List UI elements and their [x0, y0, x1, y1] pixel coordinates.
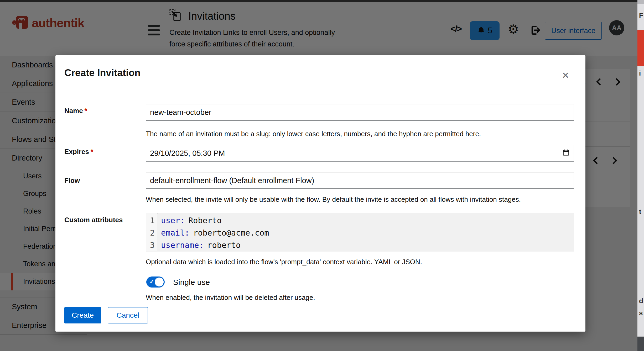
cancel-button[interactable]: Cancel — [108, 307, 148, 323]
right-strip-text-fragment: t — [639, 208, 641, 216]
single-use-toggle[interactable]: ✓ — [146, 276, 165, 288]
code-line: 1 user:Roberto — [146, 214, 574, 227]
name-help-text: The name of an invitation must be a slug… — [146, 130, 571, 138]
required-asterisk: * — [91, 148, 93, 156]
custom-attributes-label: Custom attributes — [64, 216, 123, 224]
flow-field-label: Flow — [64, 177, 80, 185]
code-line: 2 email:roberto@acme.com — [146, 227, 574, 239]
code-line: 3 username:roberto — [146, 239, 574, 251]
right-strip-red-block — [637, 30, 644, 66]
custom-attributes-code-editor[interactable]: 1 user:Roberto 2 email:roberto@acme.com … — [146, 213, 574, 252]
single-use-help-text: When enabled, the invitation will be del… — [146, 294, 571, 302]
right-edge-strip: F i t d s — [637, 0, 644, 351]
expires-field-label: Expires* — [64, 148, 93, 156]
create-invitation-modal: Create Invitation ✕ Name* new-team-octob… — [55, 55, 585, 332]
toggle-knob — [155, 278, 164, 286]
calendar-icon[interactable] — [562, 148, 570, 158]
modal-title: Create Invitation — [64, 67, 141, 78]
right-strip-text-fragment: s — [639, 309, 643, 317]
line-number: 3 — [146, 239, 157, 251]
line-number: 2 — [146, 227, 157, 239]
flow-select[interactable]: default-enrollment-flow (Default enrollm… — [146, 172, 574, 189]
expires-input[interactable]: 29/10/2025, 05:30 PM — [146, 145, 574, 162]
single-use-label: Single use — [173, 278, 210, 287]
line-number: 1 — [146, 214, 157, 227]
flow-help-text: When selected, the invite will only be u… — [146, 195, 571, 204]
toggle-check-icon: ✓ — [149, 278, 154, 285]
screen: authentik Invitations — [0, 0, 644, 351]
custom-attributes-help-text: Optional data which is loaded into the f… — [146, 258, 571, 266]
right-strip-top — [637, 0, 644, 4]
right-strip-dark-block — [637, 337, 644, 351]
right-strip-text-fragment: d — [639, 297, 643, 305]
name-field-label: Name* — [64, 107, 87, 115]
close-icon[interactable]: ✕ — [560, 68, 571, 82]
required-asterisk: * — [85, 107, 87, 115]
create-button[interactable]: Create — [64, 307, 101, 323]
right-strip-text-fragment: i — [639, 69, 641, 77]
name-input[interactable]: new-team-october — [146, 104, 574, 121]
right-strip-text-fragment: F — [639, 12, 643, 20]
